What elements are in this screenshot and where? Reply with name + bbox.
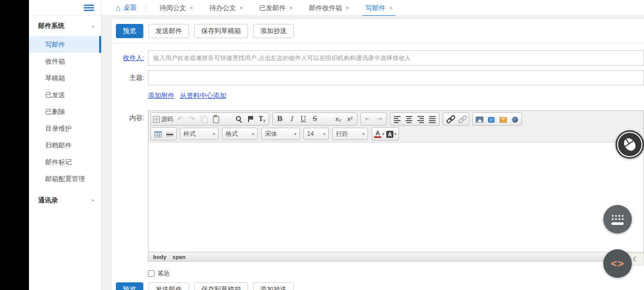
outdent-icon[interactable]: ⇤ xyxy=(362,113,374,125)
mouse-mode-button[interactable] xyxy=(616,130,644,159)
horizontal-rule-icon[interactable] xyxy=(164,128,175,139)
urgent-label: 紧急 xyxy=(158,269,170,278)
add-cc-button[interactable]: 添加抄送 xyxy=(253,24,294,38)
chevron-down-icon: ▾ xyxy=(323,132,325,136)
flash-icon[interactable] xyxy=(485,113,497,125)
image-icon[interactable] xyxy=(474,113,485,125)
top-action-bar: 预览 发送邮件 保存到草稿箱 添加抄送 xyxy=(112,19,644,43)
content-row: 内容: 源码↶↷ BIUSx₂x² ⇤⇥ 样式▾格式▾宋体▾14▾行距▾ A xyxy=(112,110,644,262)
find-icon[interactable] xyxy=(233,113,244,125)
strike-icon[interactable]: S xyxy=(309,113,321,125)
redo-icon[interactable]: ↷ xyxy=(186,113,198,125)
subject-input[interactable] xyxy=(148,70,644,85)
sidebar-item-archived-mail[interactable]: 归档邮件 xyxy=(29,137,101,154)
attachment-icon[interactable] xyxy=(497,113,509,125)
sidebar-item-compose[interactable]: 写邮件 xyxy=(29,36,101,53)
undo-icon[interactable]: ↶ xyxy=(174,113,186,125)
editor-content-area[interactable] xyxy=(148,142,643,252)
editor-toolbar-row-1: 源码↶↷ BIUSx₂x² ⇤⇥ xyxy=(150,112,641,127)
sidebar-header xyxy=(29,0,101,16)
save-draft-button-bottom[interactable]: 保存到草稿箱 xyxy=(194,282,248,290)
align-left-icon[interactable] xyxy=(391,113,403,125)
sidebar-collapse-icon[interactable] xyxy=(84,4,94,12)
left-app-strip xyxy=(0,0,29,290)
indent-icon[interactable]: ⇥ xyxy=(374,113,385,125)
sidebar-item-sent[interactable]: 已发送 xyxy=(29,86,101,103)
code-brackets-icon: <> xyxy=(610,257,624,270)
style-select[interactable]: 样式▾ xyxy=(180,128,219,140)
close-icon[interactable]: × xyxy=(289,5,293,12)
unlink-icon[interactable] xyxy=(456,113,468,125)
tab-todo-doc[interactable]: 待办公文 × xyxy=(204,0,248,16)
copy-icon[interactable] xyxy=(198,113,209,125)
paste-icon[interactable] xyxy=(209,113,221,125)
element-path-body[interactable]: body xyxy=(153,254,166,260)
subject-label: 主题: xyxy=(112,73,144,82)
add-attachment-link[interactable]: 添加附件 xyxy=(148,91,174,100)
link-icon[interactable] xyxy=(444,113,456,125)
close-icon[interactable]: × xyxy=(389,5,392,12)
sidebar-item-directory-maintenance[interactable]: 目录维护 xyxy=(29,120,101,137)
close-icon[interactable]: × xyxy=(346,5,349,12)
align-center-icon[interactable] xyxy=(403,113,415,125)
tab-desktop[interactable]: ⌂ 桌面 xyxy=(116,3,137,12)
text-color-button[interactable]: A▾ xyxy=(373,128,385,139)
italic-icon[interactable]: I xyxy=(286,113,297,125)
expand-arrow-icon: ▾ xyxy=(91,198,94,203)
sidebar: 邮件系统 ▴ 写邮件 收件箱 草稿箱 已发送 已删除 目录维护 xyxy=(29,0,102,290)
save-draft-button[interactable]: 保存到草稿箱 xyxy=(194,24,248,38)
tab-separator xyxy=(146,4,146,12)
format-select[interactable]: 格式▾ xyxy=(222,128,258,140)
align-right-icon[interactable] xyxy=(415,113,426,125)
bottom-action-bar: 预览 发送邮件 保存到草稿箱 添加抄送 xyxy=(112,278,644,290)
preview-button[interactable]: 预览 xyxy=(116,24,143,38)
sidebar-item-mail-tags[interactable]: 邮件标记 xyxy=(29,154,101,170)
sidebar-item-mailbox-config[interactable]: 邮箱配置管理 xyxy=(29,170,101,187)
urgent-checkbox[interactable] xyxy=(148,270,155,277)
close-icon[interactable]: × xyxy=(239,5,243,12)
tab-mail-inbox[interactable]: 邮件收件箱 × xyxy=(304,0,354,16)
close-icon[interactable]: × xyxy=(190,5,193,12)
insert-table-icon[interactable] xyxy=(152,128,164,139)
recipient-label-link[interactable]: 收件人: xyxy=(112,53,144,63)
tab-compose-mail[interactable]: 写邮件 × xyxy=(360,0,397,16)
recipient-input[interactable] xyxy=(148,50,644,66)
line-height-select[interactable]: 行距▾ xyxy=(332,128,368,140)
sidebar-item-deleted[interactable]: 已删除 xyxy=(29,103,101,120)
moon-icon[interactable]: ☾ xyxy=(633,255,639,263)
virtual-keyboard-button[interactable] xyxy=(603,205,632,234)
bg-color-button[interactable]: A▾ xyxy=(385,128,397,139)
compose-mail-panel: 预览 发送邮件 保存到草稿箱 添加抄送 收件人: 主题: 添加附件 从资料中心添… xyxy=(112,19,644,290)
add-cc-button-bottom[interactable]: 添加抄送 xyxy=(253,282,294,290)
font-size-select[interactable]: 14▾ xyxy=(303,128,329,140)
sidebar-item-drafts[interactable]: 草稿箱 xyxy=(29,70,101,86)
preview-button-bottom[interactable]: 预览 xyxy=(116,282,143,290)
subscript-icon[interactable]: x₂ xyxy=(332,113,344,125)
send-mail-button[interactable]: 发送邮件 xyxy=(148,24,189,38)
source-button[interactable]: 源码 xyxy=(152,113,174,125)
superscript-icon[interactable]: x² xyxy=(344,113,356,125)
underline-icon[interactable]: U xyxy=(297,113,309,125)
align-justify-icon[interactable] xyxy=(426,113,438,125)
font-select[interactable]: 宋体▾ xyxy=(261,128,300,140)
sidebar-item-inbox[interactable]: 收件箱 xyxy=(29,53,101,70)
element-path-span[interactable]: span xyxy=(172,254,186,260)
divider xyxy=(112,43,644,44)
special-char-icon[interactable] xyxy=(509,113,520,125)
tab-pending-read[interactable]: 待阅公文 × xyxy=(155,0,198,16)
bold-icon[interactable]: B xyxy=(274,113,286,125)
tab-sent-mail[interactable]: 已发邮件 × xyxy=(254,0,298,16)
send-mail-button-bottom[interactable]: 发送邮件 xyxy=(148,282,189,290)
remove-format-icon[interactable] xyxy=(256,113,268,125)
add-from-datacenter-link[interactable]: 从资料中心添加 xyxy=(180,91,226,100)
sidebar-group-mail-system[interactable]: 邮件系统 ▴ xyxy=(29,16,101,36)
attachment-links: 添加附件 从资料中心添加 xyxy=(148,91,644,100)
sidebar-mail-nav: 写邮件 收件箱 草稿箱 已发送 已删除 目录维护 归档邮件 xyxy=(29,36,101,187)
tab-label: 桌面 xyxy=(124,3,137,12)
sidebar-group-label: 邮件系统 xyxy=(38,21,65,31)
home-icon: ⌂ xyxy=(116,4,120,12)
sidebar-group-contacts[interactable]: 通讯录 ▾ xyxy=(29,190,101,211)
replace-icon[interactable] xyxy=(244,113,256,125)
code-input-button[interactable]: <> xyxy=(603,249,632,278)
document-tab-bar: ⌂ 桌面 待阅公文 × 待办公文 × 已发邮件 × 邮件收件箱 × xyxy=(102,0,644,16)
